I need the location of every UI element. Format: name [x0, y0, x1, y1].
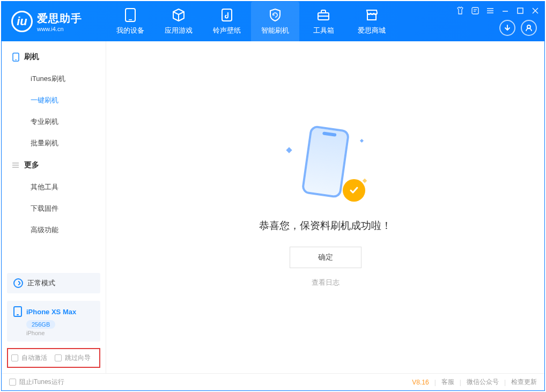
nav-store[interactable]: 爱思商城	[348, 2, 396, 41]
sidebar-item-other-tools[interactable]: 其他工具	[2, 176, 106, 198]
logo-icon: iu	[11, 11, 33, 32]
sidebar: 刷机 iTunes刷机 一键刷机 专业刷机 批量刷机 更多 其他工具 下载固件 …	[2, 41, 106, 373]
menu-icon[interactable]	[485, 6, 495, 16]
svg-rect-2	[222, 9, 232, 21]
success-illustration	[288, 128, 363, 203]
sidebar-item-batch-flash[interactable]: 批量刷机	[2, 132, 106, 154]
app-window: iu 爱思助手 www.i4.cn 我的设备 应用游戏 铃声壁纸 智能刷机	[1, 1, 545, 391]
sidebar-item-advanced[interactable]: 高级功能	[2, 219, 106, 241]
close-button[interactable]	[530, 6, 540, 16]
minimize-button[interactable]	[500, 6, 510, 16]
phone-illustration-icon	[301, 125, 350, 198]
footer: 阻止iTunes运行 V8.16 | 客服 | 微信公众号 | 检查更新	[2, 373, 544, 390]
user-button[interactable]	[521, 20, 537, 36]
svg-point-16	[527, 25, 530, 28]
device-type: iPhone	[26, 330, 94, 336]
shop-icon	[364, 8, 379, 23]
sparkle-icon	[362, 178, 366, 182]
nav-my-device[interactable]: 我的设备	[106, 2, 154, 41]
shield-refresh-icon	[268, 8, 283, 23]
device-icon	[123, 8, 138, 23]
list-icon	[11, 161, 20, 169]
checkbox-skip-guide[interactable]: 跳过向导	[55, 353, 91, 363]
success-message: 恭喜您，保资料刷机成功啦！	[259, 219, 392, 233]
checkbox-auto-activate[interactable]: 自动激活	[11, 353, 47, 363]
device-name: iPhone XS Max	[26, 308, 76, 316]
maximize-button[interactable]	[515, 6, 525, 16]
main-content: 恭喜您，保资料刷机成功啦！ 确定 查看日志	[106, 41, 544, 373]
sidebar-item-pro-flash[interactable]: 专业刷机	[2, 111, 106, 132]
svg-rect-1	[129, 19, 132, 20]
cube-icon	[171, 8, 186, 23]
download-button[interactable]	[499, 20, 515, 36]
footer-link-update[interactable]: 检查更新	[511, 378, 537, 387]
app-url: www.i4.cn	[37, 26, 82, 32]
sidebar-item-itunes-flash[interactable]: iTunes刷机	[2, 68, 106, 90]
nav-smart-flash[interactable]: 智能刷机	[251, 2, 299, 41]
svg-rect-18	[15, 60, 17, 60]
nav-apps-games[interactable]: 应用游戏	[154, 2, 203, 41]
mode-card[interactable]: 正常模式	[7, 273, 100, 293]
window-controls	[455, 6, 540, 16]
phone-small-icon	[11, 53, 20, 61]
nav-ringtones-wallpapers[interactable]: 铃声壁纸	[203, 2, 251, 41]
device-phone-icon	[13, 306, 22, 317]
nav-toolbox[interactable]: 工具箱	[299, 2, 348, 41]
app-name: 爱思助手	[37, 11, 82, 26]
checkbox-icon	[9, 379, 16, 386]
toolbox-icon	[316, 8, 331, 23]
svg-rect-13	[518, 8, 523, 13]
check-badge-icon	[343, 179, 365, 202]
feedback-icon[interactable]	[470, 6, 480, 16]
version-label: V8.16	[412, 379, 429, 386]
titlebar: iu 爱思助手 www.i4.cn 我的设备 应用游戏 铃声壁纸 智能刷机	[2, 2, 544, 41]
footer-link-support[interactable]: 客服	[441, 378, 454, 387]
section-flash-header: 刷机	[2, 46, 106, 68]
device-capacity: 256GB	[26, 320, 55, 329]
sidebar-item-oneclick-flash[interactable]: 一键刷机	[2, 90, 106, 111]
tshirt-icon[interactable]	[455, 6, 465, 16]
svg-rect-6	[472, 8, 478, 14]
body: 刷机 iTunes刷机 一键刷机 专业刷机 批量刷机 更多 其他工具 下载固件 …	[2, 41, 544, 373]
sparkle-icon	[359, 138, 363, 142]
sparkle-icon	[286, 147, 292, 153]
options-row: 自动激活 跳过向导	[7, 348, 100, 368]
mode-label: 正常模式	[27, 278, 55, 288]
ok-button[interactable]: 确定	[290, 247, 361, 268]
sidebar-item-download-firmware[interactable]: 下载固件	[2, 198, 106, 219]
checkbox-icon	[55, 354, 62, 361]
mode-icon	[13, 278, 23, 288]
titlebar-round-buttons	[499, 20, 537, 36]
view-log-link[interactable]: 查看日志	[312, 278, 340, 287]
checkbox-block-itunes[interactable]: 阻止iTunes运行	[9, 378, 64, 387]
logo[interactable]: iu 爱思助手 www.i4.cn	[2, 11, 106, 32]
top-nav: 我的设备 应用游戏 铃声壁纸 智能刷机 工具箱 爱思商城	[106, 2, 396, 41]
section-more-header: 更多	[2, 154, 106, 176]
checkbox-icon	[11, 354, 18, 361]
music-file-icon	[219, 8, 234, 23]
device-card[interactable]: iPhone XS Max 256GB iPhone	[7, 301, 100, 342]
footer-link-wechat[interactable]: 微信公众号	[467, 378, 499, 387]
